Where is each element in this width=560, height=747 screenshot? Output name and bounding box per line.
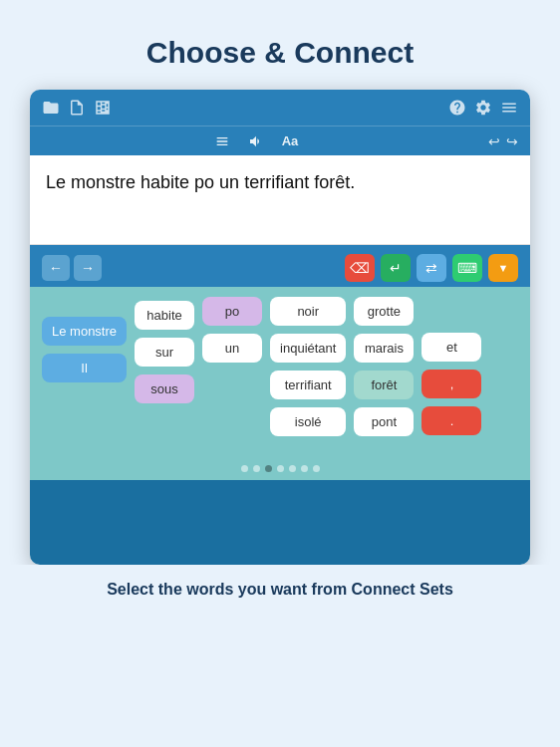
swap-button[interactable]: ⇄ <box>417 254 446 282</box>
undo-button[interactable]: ↩ <box>488 133 500 149</box>
list-item[interactable]: sous <box>135 374 194 403</box>
word-column-5: grotte marais forêt pont <box>354 297 414 447</box>
delete-button[interactable]: ⌫ <box>345 254 375 282</box>
list-item[interactable]: inquiétant <box>270 334 346 363</box>
dot-7[interactable] <box>313 465 320 472</box>
list-item[interactable]: et <box>421 333 481 362</box>
volume-icon[interactable] <box>248 133 264 149</box>
dot-3[interactable] <box>265 465 272 472</box>
word-column-3: po un <box>202 297 262 447</box>
word-column-4: noir inquiétant terrifiant isolé <box>270 297 346 447</box>
right-arrow-button[interactable]: → <box>74 255 102 281</box>
keyboard-button[interactable]: ⌨ <box>452 254 482 282</box>
list-item[interactable]: isolé <box>270 407 346 436</box>
list-item[interactable]: noir <box>270 297 346 326</box>
list-item[interactable]: pont <box>354 407 414 436</box>
list-item[interactable]: terrifiant <box>270 371 346 399</box>
enter-button[interactable]: ↵ <box>381 254 411 282</box>
list-item[interactable]: , <box>421 370 481 398</box>
dot-1[interactable] <box>241 465 248 472</box>
down-button[interactable]: ▼ <box>488 254 518 282</box>
action-bar: ← → ⌫ ↵ ⇄ ⌨ ▼ <box>30 245 530 287</box>
list-item[interactable]: marais <box>354 334 414 363</box>
file-icon[interactable] <box>68 99 86 117</box>
list-item[interactable]: sur <box>135 338 194 367</box>
list-item[interactable]: habite <box>135 301 194 330</box>
dot-5[interactable] <box>289 465 296 472</box>
dot-6[interactable] <box>301 465 308 472</box>
list2-icon[interactable] <box>214 133 230 149</box>
dot-4[interactable] <box>277 465 284 472</box>
redo-button[interactable]: ↪ <box>506 133 518 149</box>
word-board: Le monstre Il habite sur sous po un noir… <box>30 287 530 461</box>
help-icon[interactable] <box>448 99 466 117</box>
left-arrow-button[interactable]: ← <box>42 255 70 281</box>
document-text: Le monstre habite po un terrifiant forêt… <box>46 169 514 196</box>
settings-icon[interactable] <box>474 99 492 117</box>
toolbar-top <box>30 90 530 125</box>
list-item[interactable]: forêt <box>354 371 414 399</box>
footer: Select the words you want from Connect S… <box>0 565 560 601</box>
font-label[interactable]: Aa <box>282 133 299 148</box>
list-item[interactable]: po <box>202 297 262 326</box>
list-item[interactable]: . <box>421 406 481 435</box>
word-column-6: et , . <box>421 297 481 447</box>
device-frame: Aa ↩ ↪ Le monstre habite po un terrifian… <box>30 90 530 565</box>
list-item[interactable]: Il <box>42 354 127 382</box>
table-icon[interactable] <box>94 99 112 117</box>
word-column-1: Le monstre Il <box>42 297 127 447</box>
title-area: Choose & Connect <box>0 0 560 90</box>
dot-2[interactable] <box>253 465 260 472</box>
footer-text: Select the words you want from Connect S… <box>30 579 530 601</box>
list-item[interactable]: Le monstre <box>42 317 127 346</box>
word-column-2: habite sur sous <box>135 297 194 447</box>
toolbar-second: Aa ↩ ↪ <box>30 125 530 155</box>
list-item[interactable]: grotte <box>354 297 414 326</box>
page-title: Choose & Connect <box>20 36 540 70</box>
nav-arrows: ← → <box>42 255 102 281</box>
menu-icon[interactable] <box>500 99 518 117</box>
list-item[interactable]: un <box>202 334 262 363</box>
blue-bottom <box>30 480 530 565</box>
dot-indicators <box>30 461 530 480</box>
document-area: Le monstre habite po un terrifiant forêt… <box>30 155 530 245</box>
action-icons: ⌫ ↵ ⇄ ⌨ ▼ <box>345 254 518 282</box>
folder-icon[interactable] <box>42 99 60 117</box>
